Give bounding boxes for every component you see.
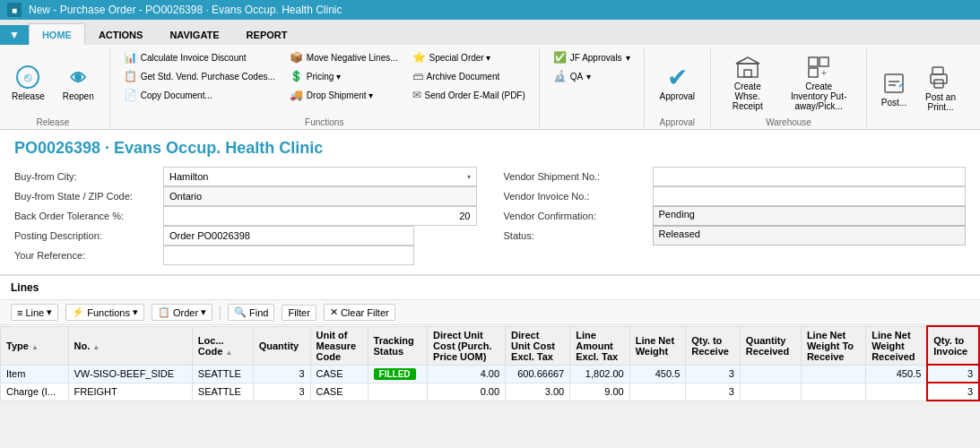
col-quantity: Quantity — [253, 326, 310, 365]
cell-location: SEATTLE — [192, 365, 253, 383]
cell-tracking: FILLED — [368, 365, 428, 383]
qa-icon: 🔬 — [553, 70, 567, 82]
functions-col2: 📦 Move Negative Lines... 💲 Pricing ▾ 🚚 D… — [283, 48, 404, 116]
jf-label: JF Approvals — [570, 53, 622, 63]
email-icon: ✉ — [412, 89, 421, 101]
find-button[interactable]: 🔍 Find — [228, 304, 274, 321]
cell-direct-cost: 0.00 — [428, 383, 506, 401]
lines-table: Type ▲ No. ▲ Loc...Code ▲ Quantity Unit … — [0, 325, 980, 401]
buy-from-city-select[interactable]: Hamilton ▾ — [163, 167, 477, 186]
calc-invoice-discount-button[interactable]: 📊 Calculate Invoice Discount — [117, 48, 282, 66]
tab-actions[interactable]: ACTIONS — [85, 23, 157, 45]
create-inventory-button[interactable]: + Create Inventory Put-away/Pick... — [778, 48, 859, 116]
archive-label: Archive Document — [427, 72, 500, 82]
archive-document-button[interactable]: 🗃 Archive Document — [406, 67, 532, 85]
reopen-icon — [64, 63, 92, 91]
calc-icon: 📊 — [124, 51, 137, 64]
release-button[interactable]: ⎋ Release — [4, 48, 53, 116]
tab-navigate[interactable]: NAVIGATE — [156, 23, 232, 45]
release-group-items: ⎋ Release Reopen — [4, 48, 102, 116]
form-grid: Buy-from City: Hamilton ▾ Buy-from State… — [14, 167, 966, 265]
col-uom: Unit ofMeasureCode — [310, 326, 368, 365]
post-print-button[interactable]: Post an Print... — [915, 48, 966, 127]
filter-button[interactable]: Filter — [282, 305, 316, 321]
ribbon: ▼ HOME ACTIONS NAVIGATE REPORT ⎋ Release — [0, 20, 980, 130]
svg-rect-14 — [931, 74, 947, 83]
cell-qty-receive: 3 — [686, 383, 741, 401]
find-icon: 🔍 — [234, 306, 247, 318]
vendor-confirmation-label: Vendor Confirmation: — [504, 211, 647, 221]
order-icon: 📋 — [158, 306, 170, 318]
approval-button[interactable]: ✔ Approval — [652, 48, 703, 116]
svg-marker-4 — [736, 57, 759, 64]
svg-rect-13 — [932, 67, 943, 74]
get-std-vend-button[interactable]: 📋 Get Std. Vend. Purchase Codes... — [117, 67, 282, 85]
cell-direct-excl: 3.00 — [506, 383, 570, 401]
clear-filter-button[interactable]: ✕ Clear Filter — [324, 304, 395, 321]
approval-items: ✔ Approval — [652, 48, 703, 116]
buy-from-state-input[interactable] — [163, 186, 477, 206]
release-group-label: Release — [4, 117, 102, 127]
whse-icon — [733, 53, 762, 82]
calc-label: Calculate Invoice Discount — [141, 53, 247, 63]
pricing-button[interactable]: 💲 Pricing ▾ — [283, 67, 404, 85]
qa-label: QA — [570, 72, 583, 82]
approvals-items: ✅ JF Approvals ▾ 🔬 QA ▾ — [547, 48, 637, 127]
inventory-label: Create Inventory Put-away/Pick... — [786, 82, 851, 111]
reopen-label: Reopen — [63, 91, 94, 101]
release-label: Release — [12, 91, 45, 101]
buy-from-state-row: Buy-from State / ZIP Code: — [14, 186, 477, 206]
cell-line-weight: 450.5 — [629, 365, 686, 383]
cell-direct-excl: 600.66667 — [506, 365, 570, 383]
buy-from-city-row: Buy-from City: Hamilton ▾ — [14, 167, 477, 186]
form-title: PO0026398 · Evans Occup. Health Clinic — [14, 139, 966, 158]
line-icon: ≡ — [17, 307, 22, 318]
cell-type: Item — [1, 365, 69, 383]
sort-loc: ▲ — [225, 349, 232, 357]
drop-shipment-button[interactable]: 🚚 Drop Shipment ▾ — [283, 86, 404, 104]
vendor-shipment-row: Vendor Shipment No.: — [504, 167, 967, 186]
app-icon: ■ — [7, 3, 22, 17]
special-order-button[interactable]: ⭐ Special Order ▾ — [406, 48, 532, 66]
create-whse-receipt-button[interactable]: Create Whse. Receipt — [718, 48, 776, 116]
copy-document-button[interactable]: 📄 Copy Document... — [117, 86, 282, 104]
special-label: Special Order ▾ — [429, 53, 491, 63]
order-button[interactable]: 📋 Order ▾ — [152, 304, 212, 321]
line-button[interactable]: ≡ Line ▾ — [11, 304, 58, 321]
back-order-row: Back Order Tolerance %: — [14, 206, 477, 226]
vendor-shipment-input[interactable] — [653, 167, 967, 186]
col-no: No. ▲ — [68, 326, 192, 365]
reopen-button[interactable]: Reopen — [55, 48, 102, 116]
vendor-invoice-row: Vendor Invoice No.: — [504, 186, 967, 206]
your-ref-input[interactable] — [163, 246, 414, 265]
functions-button[interactable]: ⚡ Functions ▾ — [65, 304, 144, 321]
vendor-invoice-input[interactable] — [653, 186, 967, 206]
ribbon-group-approvals: ✅ JF Approvals ▾ 🔬 QA ▾ — [547, 48, 645, 127]
back-order-input[interactable] — [163, 206, 477, 226]
ribbon-group-functions: 📊 Calculate Invoice Discount 📋 Get Std. … — [117, 48, 540, 127]
filter-label: Filter — [288, 307, 309, 318]
form-area: PO0026398 · Evans Occup. Health Clinic B… — [0, 130, 980, 276]
title-bar: ■ New - Purchase Order - PO0026398 · Eva… — [0, 0, 980, 20]
clear-filter-icon: ✕ — [330, 306, 338, 318]
form-left: Buy-from City: Hamilton ▾ Buy-from State… — [14, 167, 477, 265]
approvals-col: ✅ JF Approvals ▾ 🔬 QA ▾ — [547, 48, 637, 127]
cell-qty-invoice: 3 — [927, 365, 979, 383]
cell-tracking — [368, 383, 428, 401]
tracking-badge: FILLED — [374, 368, 416, 380]
svg-rect-10 — [885, 74, 903, 92]
cell-quantity: 3 — [253, 383, 310, 401]
qa-button[interactable]: 🔬 QA ▾ — [547, 67, 637, 85]
special-icon: ⭐ — [412, 51, 426, 64]
ribbon-group-approval: ✔ Approval Approval — [652, 48, 711, 127]
posting-desc-input[interactable] — [163, 226, 414, 246]
cell-weight-to-receive — [801, 383, 865, 401]
tab-home[interactable]: HOME — [29, 23, 85, 45]
send-email-button[interactable]: ✉ Send Order E-Mail (PDF) — [406, 86, 532, 104]
cell-qty-received — [740, 383, 801, 401]
cell-qty-receive: 3 — [686, 365, 741, 383]
tab-report[interactable]: REPORT — [233, 23, 301, 45]
jf-approvals-button[interactable]: ✅ JF Approvals ▾ — [547, 48, 637, 66]
post-button[interactable]: Post... — [874, 48, 914, 127]
move-negative-button[interactable]: 📦 Move Negative Lines... — [283, 48, 404, 66]
